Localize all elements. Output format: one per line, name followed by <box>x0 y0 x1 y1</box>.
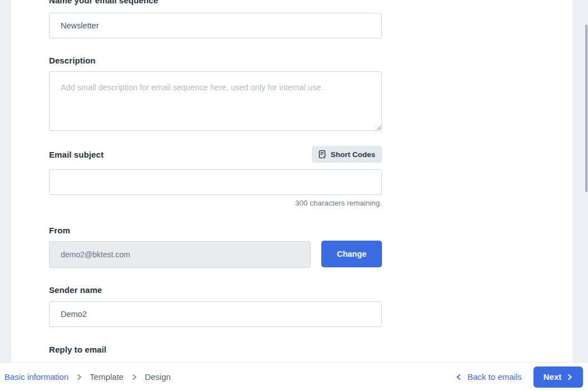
step-design[interactable]: Design <box>145 372 171 382</box>
email-subject-label: Email subject <box>49 150 104 159</box>
back-to-emails-link[interactable]: Back to emails <box>455 372 522 382</box>
chevron-left-icon <box>455 374 462 380</box>
next-label: Next <box>543 372 562 382</box>
sender-name-label: Sender name <box>49 285 102 295</box>
chevron-right-icon <box>566 374 573 380</box>
sender-name-input[interactable] <box>49 301 382 327</box>
chevron-right-icon <box>76 374 82 380</box>
footer-actions: Back to emails Next <box>455 366 583 388</box>
wizard-footer-bar: Basic information Template Design Back t… <box>0 362 588 391</box>
step-basic-information[interactable]: Basic information <box>4 372 68 382</box>
note-edit-icon <box>318 150 327 159</box>
reply-to-email-label: Reply to email <box>49 345 106 354</box>
change-from-button[interactable]: Change <box>321 241 382 267</box>
form-panel: Name your email sequence Description Ema… <box>11 0 572 391</box>
sequence-name-input[interactable] <box>49 13 382 38</box>
from-label: From <box>49 226 70 235</box>
chevron-right-icon <box>131 374 138 380</box>
vertical-scrollbar-thumb[interactable] <box>585 25 587 192</box>
name-label: Name your email sequence <box>49 0 158 5</box>
description-textarea[interactable] <box>49 71 382 131</box>
short-codes-label: Short Codes <box>331 150 375 159</box>
step-template[interactable]: Template <box>90 372 124 382</box>
characters-remaining-note: 300 characters remaining. <box>295 199 382 207</box>
next-button[interactable]: Next <box>533 366 583 388</box>
description-label: Description <box>49 56 96 65</box>
short-codes-button[interactable]: Short Codes <box>312 146 382 163</box>
email-subject-input[interactable] <box>49 169 382 195</box>
back-to-emails-label: Back to emails <box>467 372 522 382</box>
step-breadcrumb: Basic information Template Design <box>4 372 171 382</box>
from-email-input <box>49 241 311 268</box>
